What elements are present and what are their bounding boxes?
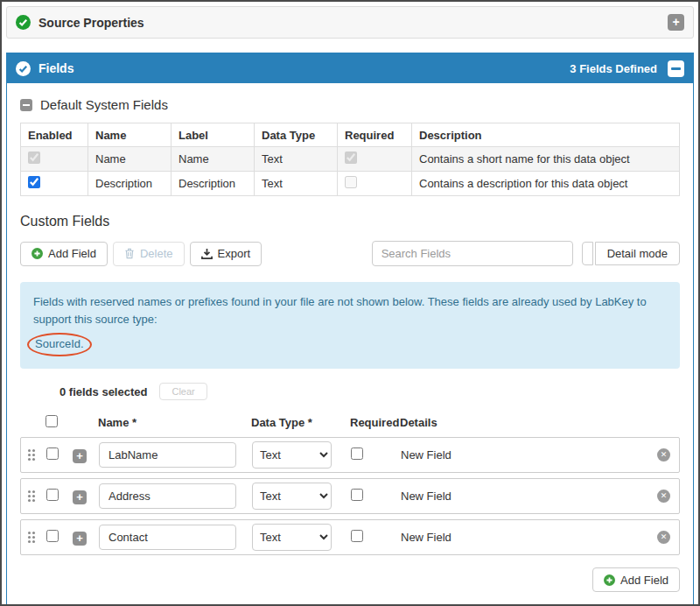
expand-panel-button[interactable]: +: [668, 14, 684, 31]
check-circle-icon: [16, 61, 31, 76]
field-name-input[interactable]: [99, 442, 236, 468]
required-checkbox[interactable]: [351, 530, 363, 542]
required-checkbox[interactable]: [351, 489, 363, 501]
row-select-checkbox[interactable]: [46, 489, 59, 501]
fields-panel: Fields 3 Fields Defined Default System F…: [6, 53, 694, 605]
field-details-text: New Field: [401, 490, 657, 503]
detail-mode-group: Detail mode: [582, 242, 680, 265]
table-header-row: Enabled Name Label Data Type Required De…: [21, 123, 680, 147]
reserved-field-name: SourceId.: [35, 337, 84, 350]
grid-header-required: Required: [350, 416, 400, 429]
field-name-cell: Name: [88, 147, 172, 172]
source-properties-title: Source Properties: [38, 16, 144, 30]
fields-panel-title: Fields: [38, 61, 74, 75]
field-name-input[interactable]: [99, 483, 236, 509]
detail-mode-button[interactable]: Detail mode: [595, 242, 680, 265]
selection-status-row: 0 fields selected Clear: [20, 383, 680, 400]
custom-fields-toolbar: Add Field Delete Export: [20, 241, 680, 266]
enabled-checkbox[interactable]: [28, 176, 40, 188]
data-type-select[interactable]: Text: [252, 441, 332, 469]
default-system-fields-title: Default System Fields: [40, 97, 168, 112]
column-header-data-type: Data Type: [255, 123, 338, 147]
page: Source Properties + Fields 3 Fields Defi…: [0, 0, 700, 606]
search-fields-input[interactable]: [372, 241, 573, 266]
expand-field-icon[interactable]: +: [73, 490, 87, 504]
add-field-button[interactable]: Add Field: [20, 242, 108, 266]
fields-selected-count: 0 fields selected: [60, 385, 147, 398]
add-field-button-bottom[interactable]: Add Field: [592, 567, 680, 592]
custom-field-row: + Text New Field ✕: [20, 437, 680, 473]
required-checkbox: [345, 176, 357, 188]
expand-field-icon[interactable]: +: [73, 449, 87, 463]
column-header-name: Name: [88, 123, 172, 147]
delete-button: Delete: [113, 242, 185, 266]
table-row: Description Description Text Contains a …: [21, 172, 680, 196]
custom-fields-grid-header: Name * Data Type * Required Details: [20, 412, 680, 432]
grid-header-data-type: Data Type *: [251, 416, 350, 429]
fields-defined-badge: 3 Fields Defined: [570, 62, 657, 75]
column-header-label: Label: [172, 123, 255, 147]
required-checkbox: [345, 152, 357, 164]
field-details-text: New Field: [401, 531, 657, 544]
column-header-required: Required: [338, 123, 412, 147]
enabled-checkbox: [28, 152, 40, 164]
trash-icon: [124, 248, 135, 259]
export-button[interactable]: Export: [190, 242, 262, 266]
drag-handle-icon[interactable]: [28, 532, 46, 543]
source-properties-panel-header[interactable]: Source Properties +: [6, 6, 694, 39]
field-name-input[interactable]: [99, 525, 236, 550]
field-details-text: New Field: [401, 448, 657, 462]
field-label-cell: Name: [172, 147, 255, 172]
fields-panel-body: Default System Fields Enabled Name Label…: [7, 83, 693, 604]
grid-header-details: Details: [400, 416, 680, 429]
detail-mode-toggle-segment[interactable]: [582, 242, 593, 265]
clear-selection-button: Clear: [159, 383, 206, 400]
data-type-select[interactable]: Text: [252, 524, 332, 551]
download-icon: [201, 248, 213, 259]
default-system-fields-table: Enabled Name Label Data Type Required De…: [20, 123, 680, 196]
field-data-type-cell: Text: [255, 147, 338, 172]
reserved-fields-alert: Fields with reserved names or prefixes f…: [20, 282, 680, 369]
fields-panel-header[interactable]: Fields 3 Fields Defined: [7, 53, 693, 83]
annotation-ellipse: SourceId.: [27, 333, 92, 356]
field-name-cell: Description: [88, 172, 172, 196]
field-description-cell: Contains a description for this data obj…: [412, 172, 680, 196]
drag-handle-icon[interactable]: [28, 449, 46, 461]
alert-text: Fields with reserved names or prefixes f…: [33, 295, 647, 326]
remove-field-icon[interactable]: ✕: [657, 531, 670, 544]
collapse-panel-button[interactable]: [668, 60, 684, 77]
expand-field-icon[interactable]: +: [73, 532, 87, 546]
column-header-description: Description: [412, 123, 680, 147]
field-data-type-cell: Text: [255, 172, 338, 196]
custom-field-row: + Text New Field ✕: [20, 478, 680, 514]
plus-circle-icon: [32, 248, 43, 259]
field-label-cell: Description: [172, 172, 255, 196]
collapse-section-icon[interactable]: [20, 99, 32, 111]
data-type-select[interactable]: Text: [252, 483, 332, 510]
row-select-checkbox[interactable]: [46, 447, 59, 460]
default-system-fields-heading: Default System Fields: [20, 97, 680, 112]
table-row: Name Name Text Contains a short name for…: [21, 147, 680, 172]
add-field-bottom-row: Add Field: [20, 567, 680, 592]
row-select-checkbox[interactable]: [46, 530, 59, 542]
remove-field-icon[interactable]: ✕: [657, 448, 670, 462]
custom-field-row: + Text New Field ✕: [20, 519, 680, 555]
custom-fields-heading: Custom Fields: [20, 214, 680, 229]
column-header-enabled: Enabled: [21, 123, 88, 147]
check-circle-icon: [16, 15, 31, 30]
field-description-cell: Contains a short name for this data obje…: [412, 147, 680, 172]
grid-header-name: Name *: [98, 416, 251, 429]
select-all-checkbox[interactable]: [46, 415, 58, 427]
remove-field-icon[interactable]: ✕: [657, 490, 670, 503]
required-checkbox[interactable]: [351, 447, 363, 460]
plus-circle-icon: [604, 574, 615, 586]
drag-handle-icon[interactable]: [28, 490, 46, 502]
